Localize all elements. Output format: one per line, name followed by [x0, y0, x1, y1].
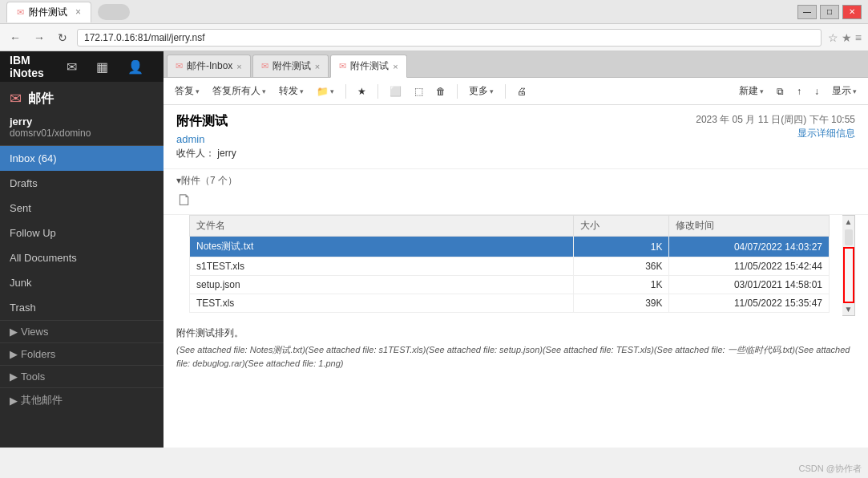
show-details-link[interactable]: 显示详细信息 — [797, 127, 855, 140]
sidebar-mail-icon: ✉ — [10, 90, 22, 107]
message-body-main: 附件测试排列。 — [176, 326, 855, 340]
scroll-track-top — [845, 229, 853, 245]
more-button[interactable]: 更多 ▾ — [464, 82, 499, 100]
sidebar-item-trash[interactable]: Trash — [0, 295, 164, 320]
tab-attachment2-close[interactable]: × — [393, 62, 398, 71]
sidebar-section-folders[interactable]: ▶ Folders — [0, 342, 164, 365]
window-controls: — □ ✕ — [797, 5, 862, 19]
sidebar-header: ✉ 邮件 — [0, 82, 164, 115]
sidebar-section-othermails[interactable]: ▶ 其他邮件 — [0, 387, 164, 412]
star-button[interactable]: ★ — [353, 83, 371, 99]
tab-attachment2-icon: ✉ — [339, 61, 346, 71]
refresh-button[interactable]: ↻ — [55, 30, 71, 46]
attachment-filename: TEST.xls — [190, 294, 574, 313]
sidebar-user-info: jerry domsrv01/xdomino — [0, 115, 164, 146]
sidebar-item-followup[interactable]: Follow Up — [0, 221, 164, 245]
sidebar-views-label: Views — [21, 326, 48, 338]
scroll-up-icon[interactable]: ▲ — [843, 216, 854, 228]
sidebar-item-sent[interactable]: Sent — [0, 196, 164, 221]
sidebar-trash-label: Trash — [10, 302, 36, 314]
attachment-size: 1K — [573, 276, 669, 294]
sidebar-followup-label: Follow Up — [10, 227, 56, 239]
forward-label: 转发 — [279, 84, 298, 98]
new-tab-area — [98, 4, 130, 20]
move-button[interactable]: 📁 ▾ — [312, 83, 339, 99]
attachment-modified: 03/01/2021 14:58:01 — [669, 276, 830, 294]
tab-attachment2[interactable]: ✉ 附件测试 × — [330, 55, 406, 78]
move-icon: 📁 — [317, 86, 329, 97]
sidebar-item-inbox[interactable]: Inbox (64) — [0, 146, 164, 171]
sidebar-item-alldocs[interactable]: All Documents — [0, 245, 164, 270]
tab-inbox-close[interactable]: × — [236, 62, 241, 71]
browser-tab-close[interactable]: × — [75, 6, 81, 18]
back-button[interactable]: ← — [6, 30, 24, 46]
close-button[interactable]: ✕ — [842, 5, 862, 19]
sidebar-user-domain: domsrv01/xdomino — [10, 128, 154, 139]
tab-inbox-icon: ✉ — [176, 61, 183, 71]
new-button[interactable]: 新建 ▾ — [734, 82, 769, 100]
display-button[interactable]: 显示 ▾ — [827, 82, 862, 100]
attachment-size: 39K — [573, 294, 669, 313]
message-date: 2023 年 05 月 11 日(周四) 下午 10:55 — [696, 113, 855, 127]
attachment-filename: setup.json — [190, 276, 574, 294]
more-label: 更多 — [469, 84, 488, 98]
sidebar-section-views[interactable]: ▶ Views — [0, 320, 164, 342]
attachment-table: 文件名 大小 修改时间 Notes测试.txt 1K 04/07/2022 14… — [189, 215, 830, 313]
tab-inbox[interactable]: ✉ 邮件-Inbox × — [167, 55, 251, 77]
attachment-size: 1K — [573, 237, 669, 257]
maximize-button[interactable]: □ — [820, 5, 839, 19]
col-header-size: 大小 — [573, 216, 669, 237]
main-layout: IBM iNotes ✉ ▦ 👤 ✔ ≡ ⌂ jerry ▾ ? ✉ 邮件 je… — [0, 51, 868, 448]
print-button[interactable]: 🖨 — [512, 83, 531, 99]
menu-icon[interactable]: ≡ — [855, 31, 862, 44]
to-label: 收件人： — [176, 148, 215, 159]
attachments-section: ▾附件（7 个） 🗋 — [164, 169, 868, 215]
bookmark-star-icon[interactable]: ☆ — [828, 31, 838, 44]
attachments-label[interactable]: ▾附件（7 个） — [176, 174, 855, 188]
new-chevron-icon: ▾ — [760, 87, 764, 95]
address-bar[interactable]: 172.17.0.16:81/mail/jerry.nsf — [77, 29, 822, 47]
table-row[interactable]: TEST.xls 39K 11/05/2022 15:35:47 — [190, 294, 830, 313]
watermark: CSDN @协作者 — [799, 463, 862, 475]
table-row[interactable]: Notes测试.txt 1K 04/07/2022 14:03:27 — [190, 237, 830, 257]
down-button[interactable]: ↓ — [809, 83, 824, 99]
up-button[interactable]: ↑ — [792, 83, 806, 99]
attachment-table-container: 文件名 大小 修改时间 Notes测试.txt 1K 04/07/2022 14… — [176, 215, 842, 316]
sidebar-item-drafts[interactable]: Drafts — [0, 171, 164, 196]
tools-chevron-icon: ▶ — [10, 371, 18, 383]
copy-page-button[interactable]: ⧉ — [772, 83, 789, 99]
nav-contacts-icon[interactable]: 👤 — [124, 56, 147, 78]
tab-attachment1-icon: ✉ — [261, 61, 268, 71]
reply-button[interactable]: 答复 ▾ — [170, 82, 204, 100]
message-body: 附件测试排列。 (See attached file: Notes测试.txt)… — [164, 316, 868, 379]
tab-attachment1-close[interactable]: × — [315, 62, 320, 71]
reply-all-button[interactable]: 答复所有人 ▾ — [208, 82, 271, 100]
browser-tab[interactable]: ✉ 附件测试 × — [6, 2, 91, 22]
table-row[interactable]: s1TEST.xls 36K 11/05/2022 15:42:44 — [190, 257, 830, 276]
attachment-size: 36K — [573, 257, 669, 276]
sidebar-folders-label: Folders — [21, 348, 55, 360]
sidebar: IBM iNotes ✉ ▦ 👤 ✔ ≡ ⌂ jerry ▾ ? ✉ 邮件 je… — [0, 51, 164, 448]
tab-mail-icon: ✉ — [17, 7, 24, 18]
nav-mail-icon[interactable]: ✉ — [63, 56, 80, 78]
reply-all-label: 答复所有人 — [212, 84, 260, 98]
move2-button[interactable]: ⬚ — [410, 83, 428, 99]
nav-calendar-icon[interactable]: ▦ — [93, 56, 111, 78]
message-subject: 附件测试 — [176, 113, 236, 130]
forward-button[interactable]: 转发 ▾ — [274, 82, 309, 100]
minimize-button[interactable]: — — [797, 5, 817, 19]
delete-button[interactable]: 🗑 — [431, 83, 450, 99]
favorites-icon[interactable]: ★ — [842, 31, 852, 44]
forward-button[interactable]: → — [30, 30, 48, 46]
sidebar-section-tools[interactable]: ▶ Tools — [0, 365, 164, 387]
table-row[interactable]: setup.json 1K 03/01/2021 14:58:01 — [190, 276, 830, 294]
tabs-bar: ✉ 邮件-Inbox × ✉ 附件测试 × ✉ 附件测试 × — [164, 51, 868, 78]
copy-button[interactable]: ⬜ — [385, 83, 406, 99]
tab-attachment1[interactable]: ✉ 附件测试 × — [252, 55, 329, 77]
attachment-scrollbar[interactable]: ▲ ▼ — [842, 215, 855, 316]
tab-attachment1-label: 附件测试 — [273, 59, 311, 73]
message-body-details: (See attached file: Notes测试.txt)(See att… — [176, 343, 855, 370]
sidebar-item-junk[interactable]: Junk — [0, 270, 164, 295]
scroll-down-icon[interactable]: ▼ — [843, 303, 854, 315]
separator4 — [505, 84, 506, 99]
